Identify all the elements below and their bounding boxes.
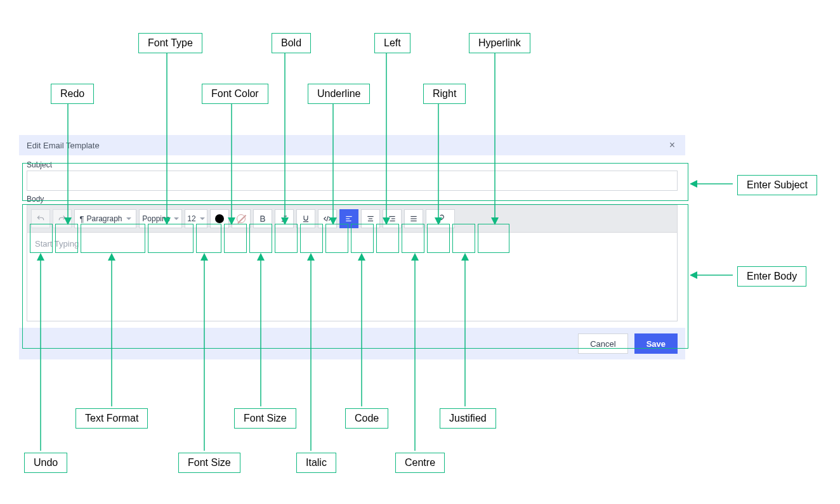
callout-left: Left [374,33,410,53]
format-dropdown[interactable]: ¶ Paragraph [74,209,136,228]
callout-enter-body: Enter Body [737,266,806,287]
edit-email-template-modal: Edit Email Template × Subject Body ¶ Par… [19,135,685,359]
align-center-button[interactable] [361,209,380,228]
subject-field: Subject [19,155,685,195]
subject-label: Subject [27,160,678,169]
callout-code: Code [345,408,388,429]
callout-underline: Underline [308,84,370,104]
align-left-button[interactable] [339,209,358,228]
align-justify-button[interactable] [404,209,423,228]
svg-line-20 [283,216,285,221]
callout-right: Right [423,84,466,104]
font-label: Poppins [142,214,169,223]
font-color-button[interactable] [210,209,229,228]
callout-undo: Undo [24,453,67,473]
code-button[interactable] [318,209,337,228]
body-field: Body ¶ Paragraph Poppins 12 [19,195,685,328]
align-right-button[interactable] [383,209,402,228]
italic-button[interactable] [275,209,294,228]
body-placeholder: Start Typing [35,239,79,249]
redo-button[interactable] [53,209,72,228]
underline-button[interactable] [296,209,315,228]
callout-bold: Bold [272,33,311,53]
background-color-button[interactable] [232,209,251,228]
modal-footer: Cancel Save [19,328,685,359]
callout-justified: Justified [440,408,496,429]
callout-text-format: Text Format [75,408,148,429]
bold-button[interactable] [253,209,272,228]
cancel-button[interactable]: Cancel [578,333,627,354]
font-dropdown[interactable]: Poppins [139,209,182,228]
svg-line-22 [327,216,328,221]
body-editor[interactable]: Start Typing [27,233,678,321]
color-dot-icon [215,214,224,223]
callout-redo: Redo [51,84,94,104]
save-button[interactable]: Save [634,333,678,354]
callout-font-color: Font Color [202,84,268,104]
callout-font-type: Font Type [138,33,202,53]
size-label: 12 [187,214,195,223]
hyperlink-button[interactable] [426,209,455,228]
callout-centre: Centre [395,453,445,473]
callout-italic: Italic [296,453,336,473]
callout-enter-subject: Enter Subject [737,175,817,195]
close-icon[interactable]: × [667,139,678,151]
editor-toolbar: ¶ Paragraph Poppins 12 [27,205,678,233]
body-label: Body [27,195,678,204]
modal-title: Edit Email Template [27,141,100,150]
callout-font-size: Font Size [234,408,296,429]
callout-hyperlink: Hyperlink [469,33,530,53]
no-bg-icon [237,214,246,223]
modal-header: Edit Email Template × [19,135,685,155]
format-label: Paragraph [86,214,122,223]
undo-button[interactable] [31,209,50,228]
pilcrow-icon: ¶ [79,214,84,224]
font-size-dropdown[interactable]: 12 [185,209,207,228]
callout-font-size-2: Font Size [178,453,240,473]
subject-input[interactable] [27,171,678,191]
